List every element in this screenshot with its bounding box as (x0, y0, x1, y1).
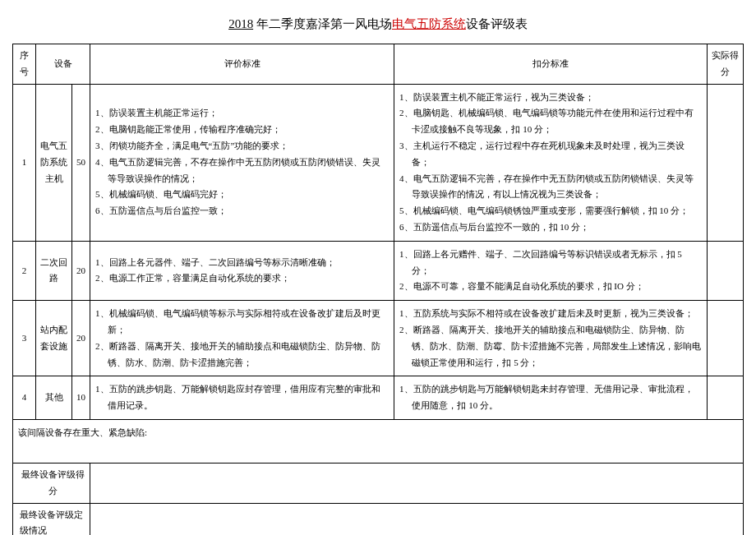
cell-index: 2 (13, 241, 36, 300)
cell-weight: 50 (72, 84, 90, 241)
title-suffix: 设备评级表 (466, 17, 528, 30)
deduct-item: 6、五防遥信点与后台监控不一致的，扣 10 分； (399, 219, 702, 236)
cell-index: 3 (13, 301, 36, 376)
final-class-value (90, 503, 744, 535)
deduct-item: 3、主机运行不稳定，运行过程中存在死机现象未及时处理，视为三类设备； (399, 138, 702, 171)
table-row: 4其他101、五防的跳步钥匙、万能解锁钥匙应封存管理，借用应有完整的审批和借用记… (13, 376, 744, 420)
eval-item: 5、机械编码锁、电气编码完好； (95, 187, 389, 203)
cell-index: 1 (13, 84, 36, 241)
eval-item: 1、防误装置主机能正常运行； (95, 105, 389, 122)
cell-device: 二次回路 (36, 241, 72, 300)
eval-item: 4、电气五防逻辑完善，不存在操作中无五防闭锁或五防闭锁错误、失灵等导致误操作的情… (95, 155, 389, 187)
cell-eval: 1、五防的跳步钥匙、万能解锁钥匙应封存管理，借用应有完整的审批和借用记录。 (90, 376, 394, 420)
title-year: 2018 (228, 17, 253, 30)
cell-device: 站内配套设施 (36, 301, 72, 376)
final-class-label: 最终设备评级定级情况 (13, 503, 90, 535)
header-actual: 实际得分 (708, 44, 744, 85)
title-mid: 年二季度嘉泽第一风电场 (253, 17, 392, 30)
table-row: 3站内配套设施201、机械编码锁、电气编码锁等标示与实际相符或在设备改扩建后及时… (13, 301, 744, 376)
defect-cell: 该间隔设备存在重大、紧急缺陷: (13, 419, 744, 463)
header-device: 设备 (36, 44, 90, 85)
table-header-row: 序号 设备 评价标准 扣分标准 实际得分 (13, 44, 744, 85)
eval-item: 2、电源工作正常，容量满足自动化系统的要求； (95, 270, 389, 287)
eval-item: 1、回路上各元器件、端子、二次回路编号等标示清晰准确； (95, 255, 389, 271)
title-system: 电气五防系统 (392, 17, 466, 30)
deduct-item: 2、电源不可靠，容量不能满足自动化系统的要求，扣 IO 分； (399, 279, 702, 295)
deduct-item: 1、防误装置主机不能正常运行，视为三类设备； (399, 90, 702, 106)
cell-deduct: 1、五防系统与实际不相符或在设备改扩建后未及时更新，视为三类设备；2、断路器、隔… (394, 301, 708, 376)
table-row: 1电气五防系统主机501、防误装置主机能正常运行；2、电脑钥匙能正常使用，传输程… (13, 84, 744, 241)
deduct-item: 4、电气五防逻辑不完善，存在操作中无五防闭锁或五防闭锁错误、失灵等导致误操作的情… (399, 171, 702, 204)
cell-deduct: 1、回路上各元赠件、端子、二次回路编号等标识错误或者无标示，扣 5 分；2、电源… (394, 241, 708, 300)
cell-weight: 20 (72, 241, 90, 300)
cell-eval: 1、回路上各元器件、端子、二次回路编号等标示清晰准确；2、电源工作正常，容量满足… (90, 241, 394, 300)
cell-weight: 10 (72, 376, 90, 420)
eval-item: 6、五防遥信点与后台监控一致； (95, 203, 389, 219)
deduct-item: 1、回路上各元赠件、端子、二次回路编号等标识错误或者无标示，扣 5 分； (399, 247, 702, 279)
table-row: 2二次回路201、回路上各元器件、端子、二次回路编号等标示清晰准确；2、电源工作… (13, 241, 744, 300)
eval-item: 1、机械编码锁、电气编码锁等标示与实际相符或在设备改扩建后及时更新； (95, 306, 389, 339)
cell-eval: 1、机械编码锁、电气编码锁等标示与实际相符或在设备改扩建后及时更新；2、断路器、… (90, 301, 394, 376)
cell-actual (708, 84, 744, 241)
rating-table: 序号 设备 评价标准 扣分标准 实际得分 1电气五防系统主机501、防误装置主机… (12, 44, 744, 535)
eval-item: 1、五防的跳步钥匙、万能解锁钥匙应封存管理，借用应有完整的审批和借用记录。 (95, 381, 389, 414)
cell-device: 其他 (36, 376, 72, 420)
deduct-item: 2、断路器、隔离开关、接地开关的辅助接点和电磁锁防尘、防异物、防锈、防水、防潮、… (399, 322, 702, 371)
final-class-row: 最终设备评级定级情况 (13, 503, 744, 535)
final-score-row: 最终设备评级得分 (13, 463, 744, 503)
deduct-item: 1、五防系统与实际不相符或在设备改扩建后未及时更新，视为三类设备； (399, 306, 702, 322)
cell-actual (708, 301, 744, 376)
header-deduct: 扣分标准 (394, 44, 708, 85)
cell-weight: 20 (72, 301, 90, 376)
deduct-item: 5、机械编码锁、电气编码锁锈蚀严重或变形，需要强行解锁，扣 10 分； (399, 203, 702, 219)
cell-device: 电气五防系统主机 (36, 84, 72, 241)
final-score-value (90, 463, 744, 503)
cell-deduct: 1、五防的跳步钥匙与万能解锁钥匙未封存管理、无借用记录、审批流程，使用随意，扣 … (394, 376, 708, 420)
cell-deduct: 1、防误装置主机不能正常运行，视为三类设备；2、电脑钥匙、机械编码锁、电气编码锁… (394, 84, 708, 241)
header-index: 序号 (13, 44, 36, 85)
page-title: 2018 年二季度嘉泽第一风电场电气五防系统设备评级表 (12, 16, 744, 32)
eval-item: 3、闭锁功能齐全，满足电气“五防”功能的要求； (95, 138, 389, 155)
final-score-label: 最终设备评级得分 (13, 463, 90, 503)
cell-actual (708, 241, 744, 300)
cell-index: 4 (13, 376, 36, 420)
cell-actual (708, 376, 744, 420)
eval-item: 2、断路器、隔离开关、接地开关的辅助接点和电磁锁防尘、防异物、防锈、防水、防潮、… (95, 339, 389, 371)
header-eval: 评价标准 (90, 44, 394, 85)
cell-eval: 1、防误装置主机能正常运行；2、电脑钥匙能正常使用，传输程序准确完好；3、闭锁功… (90, 84, 394, 241)
defect-row: 该间隔设备存在重大、紧急缺陷: (13, 419, 744, 463)
deduct-item: 1、五防的跳步钥匙与万能解锁钥匙未封存管理、无借用记录、审批流程，使用随意，扣 … (399, 381, 702, 414)
eval-item: 2、电脑钥匙能正常使用，传输程序准确完好； (95, 122, 389, 138)
deduct-item: 2、电脑钥匙、机械编码锁、电气编码锁等功能元件在使用和运行过程中有卡涩或接触不良… (399, 105, 702, 138)
